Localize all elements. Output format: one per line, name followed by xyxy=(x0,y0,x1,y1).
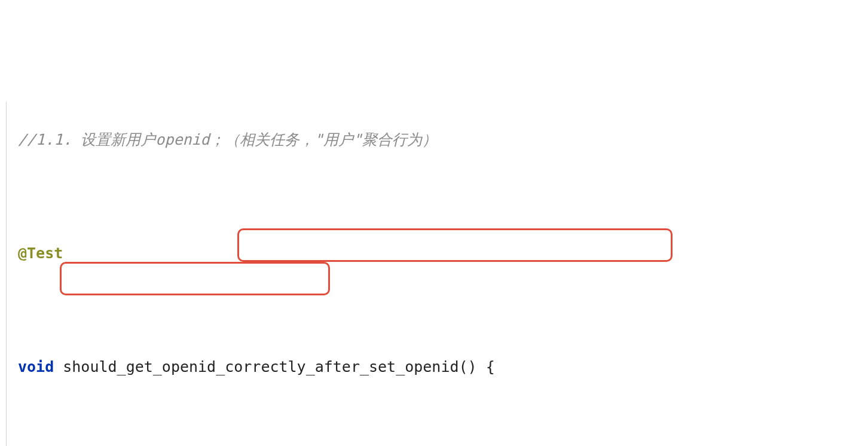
method-name: should_get_openid_correctly_after_set_op… xyxy=(54,358,495,375)
code-line-comment-header: //1.1. 设置新用户openid；（相关任务，"用户"聚合行为） xyxy=(18,126,850,154)
annotation-test: @Test xyxy=(18,245,63,262)
fold-guide-line xyxy=(6,102,7,446)
code-editor[interactable]: //1.1. 设置新用户openid；（相关任务，"用户"聚合行为） @Test… xyxy=(0,0,868,446)
comment-text: //1.1. 设置新用户openid；（相关任务，"用户"聚合行为） xyxy=(18,131,437,148)
code-line-method-decl: void should_get_openid_correctly_after_s… xyxy=(18,353,850,381)
code-line-annotation: @Test xyxy=(18,239,850,268)
keyword-void: void xyxy=(18,358,54,375)
